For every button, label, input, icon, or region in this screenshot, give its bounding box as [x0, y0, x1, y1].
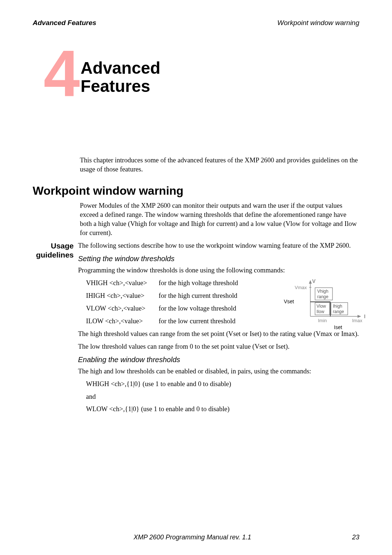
diagram-label-range2: range: [333, 309, 344, 314]
diagram-label-ilow: Ilow: [317, 309, 324, 314]
after-para2: The low threshold values can range from …: [78, 342, 359, 351]
svg-marker-1: [309, 280, 312, 284]
subheading-setting-thresholds: Setting the window thresholds: [78, 254, 359, 264]
running-header: Advanced Features Workpoint window warni…: [33, 19, 359, 27]
chapter-intro: This chapter introduces some of the adva…: [80, 156, 359, 174]
command-desc: for the low voltage threshold: [159, 304, 253, 313]
command-block: VHIGH <ch>,<value> for the high voltage …: [78, 279, 359, 326]
diagram-label-vset: Vset: [284, 299, 294, 304]
diagram-label-i: I: [364, 313, 366, 319]
diagram-label-vlow: Vlow: [317, 304, 326, 309]
usage-guidelines-label: Usage guidelines: [33, 241, 78, 418]
chapter-title-line1: Advanced: [81, 59, 160, 77]
footer-page-number: 23: [352, 534, 359, 541]
subheading-enabling-thresholds: Enabling the window thresholds: [78, 355, 359, 365]
setting-intro: Programming the window thresholds is don…: [78, 266, 359, 275]
page-footer: XMP 2600 Programming Manual rev. 1.1 23: [33, 534, 359, 541]
diagram-label-vmax: Vmax: [295, 285, 307, 290]
chapter-heading: 4 Advanced Features: [44, 49, 359, 98]
chapter-number: 4: [44, 49, 78, 98]
command-name: VLOW <ch>,<value>: [86, 304, 159, 313]
usage-label-l1: Usage: [33, 241, 74, 250]
diagram-label-vhigh: Vhigh: [317, 289, 328, 294]
footer-center: XMP 2600 Programming Manual rev. 1.1: [134, 534, 251, 541]
header-right: Workpoint window warning: [277, 19, 359, 27]
diagram-label-ihigh: Ihigh: [333, 304, 342, 309]
workpoint-para1: Power Modules of the XMP 2600 can monito…: [80, 201, 359, 238]
diagram-label-v: V: [312, 278, 316, 284]
usage-label-l2: guidelines: [33, 250, 74, 259]
diagram-label-imin: Imin: [318, 318, 327, 323]
command-name: IHIGH <ch>,<value>: [86, 291, 159, 300]
command-desc: for the low current threshold: [159, 317, 253, 326]
enable-line2: WLOW <ch>,{1|0} (use 1 to enable and 0 t…: [86, 405, 359, 414]
enabling-intro: The high and low thresholds can be enabl…: [78, 367, 359, 376]
header-left: Advanced Features: [33, 19, 96, 27]
command-desc: for the high current threshold: [159, 291, 253, 300]
chapter-title: Advanced Features: [81, 59, 160, 96]
diagram-label-imax: Imax: [352, 318, 363, 323]
diagram-label-iset: Iset: [334, 324, 342, 330]
enable-line1: WHIGH <ch>,{1|0} (use 1 to enable and 0 …: [86, 380, 359, 389]
chapter-title-line2: Features: [81, 77, 160, 96]
usage-para: The following sections describe how to u…: [78, 241, 359, 250]
diagram-label-range1: range: [317, 294, 328, 299]
enable-and: and: [86, 392, 359, 401]
svg-marker-3: [358, 315, 361, 318]
command-desc: for the high voltage threshold: [159, 279, 253, 288]
command-name: VHIGH <ch>,<value>: [86, 279, 159, 288]
page: Advanced Features Workpoint window warni…: [0, 0, 392, 555]
content: This chapter introduces some of the adva…: [80, 156, 359, 174]
command-name: ILOW <ch>,<value>: [86, 317, 159, 326]
threshold-diagram: V I Vmax Vset Imin: [276, 276, 370, 335]
section-heading-workpoint: Workpoint window warning: [33, 184, 359, 198]
